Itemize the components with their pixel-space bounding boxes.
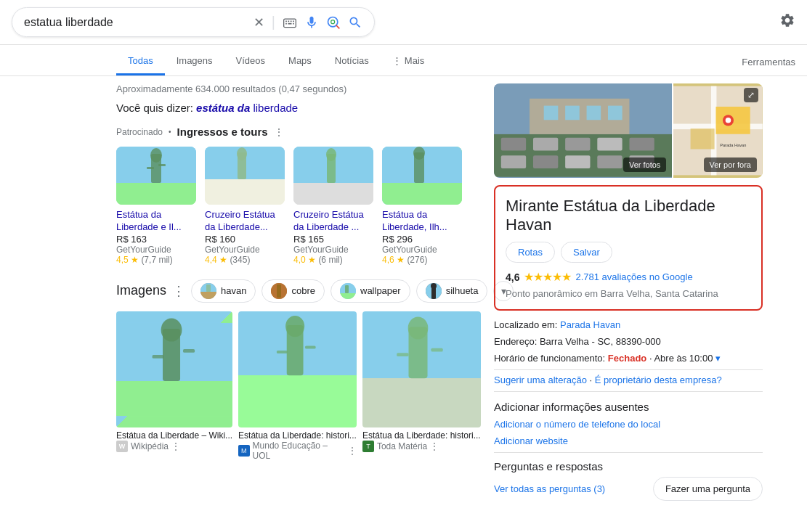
svg-rect-34 bbox=[200, 292, 216, 299]
rating-number: 4,6 bbox=[506, 271, 519, 283]
carousel-item-price-2: R$ 160 bbox=[205, 234, 285, 245]
mundo-icon: M bbox=[238, 445, 250, 457]
view-photos-button[interactable]: Ver fotos bbox=[623, 157, 666, 172]
svg-rect-7 bbox=[293, 22, 294, 24]
carousel-item-title-3: Cruzeiro Estátua da Liberdade ... bbox=[293, 209, 373, 234]
hours-opens: · Abre às 10:00 bbox=[649, 353, 713, 364]
svg-rect-71 bbox=[565, 155, 590, 168]
carousel-item-rating-2: 4,4 ★ (345) bbox=[205, 255, 285, 265]
expand-map-button[interactable]: ⤢ bbox=[744, 88, 758, 102]
svg-rect-77 bbox=[587, 106, 601, 120]
image-source-3: T Toda Matéria ⋮ bbox=[362, 441, 481, 452]
carousel-item-title-1: Estátua da Liberdade e Il... bbox=[116, 209, 196, 234]
carousel-item-price-4: R$ 296 bbox=[382, 234, 462, 245]
suggest-edit-link[interactable]: Sugerir uma alteração bbox=[494, 375, 587, 385]
sponsored-header: Patrocinado • Ingressos e tours ⋮ bbox=[116, 126, 468, 138]
did-you-mean-link[interactable]: estátua da liberdade bbox=[196, 102, 298, 114]
tab-noticias[interactable]: Notícias bbox=[323, 48, 381, 75]
rating-count[interactable]: 2.781 avaliações no Google bbox=[575, 271, 692, 282]
lens-icon[interactable] bbox=[326, 15, 341, 30]
svg-rect-15 bbox=[147, 167, 154, 169]
search-input[interactable] bbox=[24, 16, 246, 29]
located-in-link[interactable]: Parada Havan bbox=[560, 319, 620, 330]
mic-icon[interactable] bbox=[304, 15, 319, 30]
ask-question-button[interactable]: Fazer uma pergunta bbox=[653, 477, 763, 501]
svg-line-10 bbox=[336, 25, 340, 28]
carousel-item-3[interactable]: Cruzeiro Estátua da Liberdade ... R$ 165… bbox=[293, 147, 373, 265]
view-outside-button[interactable]: Ver por fora bbox=[704, 157, 757, 172]
image-source-more-1[interactable]: ⋮ bbox=[171, 441, 180, 451]
image-3 bbox=[362, 311, 481, 427]
carousel-item-1[interactable]: Estátua da Liberdade e Il... R$ 163 GetY… bbox=[116, 147, 196, 265]
tab-videos[interactable]: Vídeos bbox=[224, 48, 277, 75]
carousel-item-source-1: GetYourGuide bbox=[116, 245, 196, 255]
image-1 bbox=[116, 311, 232, 427]
carousel-item-2[interactable]: Cruzeiro Estátua da Liberdade... R$ 160 … bbox=[205, 147, 285, 265]
carousel-item-4[interactable]: Estátua da Liberdade, Ilh... R$ 296 GetY… bbox=[382, 147, 462, 265]
sponsored-more-icon[interactable]: ⋮ bbox=[274, 126, 284, 138]
images-section-title: Imagens bbox=[116, 283, 166, 298]
carousel-item-title-4: Estátua da Liberdade, Ilh... bbox=[382, 209, 462, 234]
svg-rect-35 bbox=[206, 285, 211, 292]
routes-button[interactable]: Rotas bbox=[506, 242, 555, 263]
hours-status: Fechado bbox=[608, 353, 646, 364]
settings-icon[interactable] bbox=[779, 15, 795, 31]
save-button[interactable]: Salvar bbox=[561, 242, 612, 263]
svg-rect-48 bbox=[153, 355, 164, 359]
place-photo-main[interactable]: Ver fotos bbox=[494, 83, 672, 178]
svg-rect-67 bbox=[597, 138, 622, 151]
carousel-item-title-2: Cruzeiro Estátua da Liberdade... bbox=[205, 209, 285, 234]
svg-rect-60 bbox=[397, 353, 408, 356]
image-item-1[interactable]: Estátua da Liberdade – Wiki... W Wikipéd… bbox=[116, 311, 232, 461]
filter-thumb-cobre bbox=[271, 283, 287, 299]
qa-title: Perguntas e respostas bbox=[494, 460, 763, 472]
svg-point-24 bbox=[326, 148, 336, 161]
tab-more[interactable]: ⋮ Mais bbox=[381, 48, 436, 75]
svg-point-14 bbox=[150, 148, 162, 163]
filter-chip-cobre[interactable]: cobre bbox=[261, 279, 325, 303]
images-more-icon[interactable]: ⋮ bbox=[172, 283, 185, 299]
wiki-icon: W bbox=[116, 441, 128, 452]
header: ✕ | bbox=[0, 0, 807, 45]
svg-rect-39 bbox=[340, 293, 356, 299]
detail-edit: Sugerir uma alteração · É proprietário d… bbox=[494, 375, 763, 385]
keyboard-icon[interactable] bbox=[283, 15, 297, 30]
clear-icon[interactable]: ✕ bbox=[254, 15, 264, 30]
owner-link[interactable]: É proprietário desta empresa? bbox=[595, 375, 722, 385]
svg-rect-40 bbox=[345, 285, 349, 293]
svg-rect-57 bbox=[362, 378, 481, 417]
place-rating: 4,6 ★★★★★ 2.781 avaliações no Google bbox=[506, 270, 751, 284]
image-source-more-2[interactable]: ⋮ bbox=[348, 446, 357, 456]
image-caption-3: Estátua da Liberdade: histori... bbox=[362, 430, 481, 441]
filter-chip-wallpaper[interactable]: wallpaper bbox=[330, 279, 410, 303]
search-button[interactable] bbox=[348, 15, 362, 30]
filter-chip-havan[interactable]: havan bbox=[191, 279, 256, 303]
tools-button[interactable]: Ferramentas bbox=[730, 49, 807, 75]
carousel-item-rating-1: 4,5 ★ (7,7 mil) bbox=[116, 255, 196, 265]
image-source-more-3[interactable]: ⋮ bbox=[430, 441, 439, 451]
image-item-2[interactable]: Estátua da Liberdade: histori... M Mundo… bbox=[238, 311, 357, 461]
left-column: Aproximadamente 634.000 resultados (0,47… bbox=[0, 76, 479, 508]
qa-link[interactable]: Ver todas as perguntas (3) bbox=[494, 483, 605, 494]
filter-label-wallpaper: wallpaper bbox=[360, 285, 401, 296]
add-website-link[interactable]: Adicionar website bbox=[494, 435, 568, 446]
svg-rect-54 bbox=[277, 351, 288, 353]
divider-2 bbox=[494, 391, 763, 392]
add-phone-link[interactable]: Adicionar o número de telefone do local bbox=[494, 419, 660, 430]
tab-todas[interactable]: Todas bbox=[116, 48, 165, 75]
svg-rect-51 bbox=[238, 375, 357, 417]
filter-chip-silhueta[interactable]: silhueta bbox=[416, 279, 488, 303]
tab-imagens[interactable]: Imagens bbox=[165, 48, 224, 75]
hours-expand[interactable]: ▾ bbox=[715, 353, 721, 364]
svg-rect-76 bbox=[565, 106, 580, 120]
filter-label-havan: havan bbox=[221, 285, 246, 296]
svg-rect-4 bbox=[293, 20, 294, 22]
place-type: Ponto panorâmico em Barra Velha, Santa C… bbox=[506, 288, 751, 299]
place-photo-map[interactable]: Parada Havan ⤢ Ver por fora bbox=[673, 83, 763, 178]
tab-maps[interactable]: Maps bbox=[277, 48, 323, 75]
svg-rect-26 bbox=[382, 183, 462, 205]
svg-rect-70 bbox=[533, 155, 558, 168]
place-photos: Ver fotos Parada Havan bbox=[494, 83, 763, 178]
image-item-3[interactable]: Estátua da Liberdade: histori... T Toda … bbox=[362, 311, 481, 461]
svg-rect-18 bbox=[205, 179, 285, 205]
